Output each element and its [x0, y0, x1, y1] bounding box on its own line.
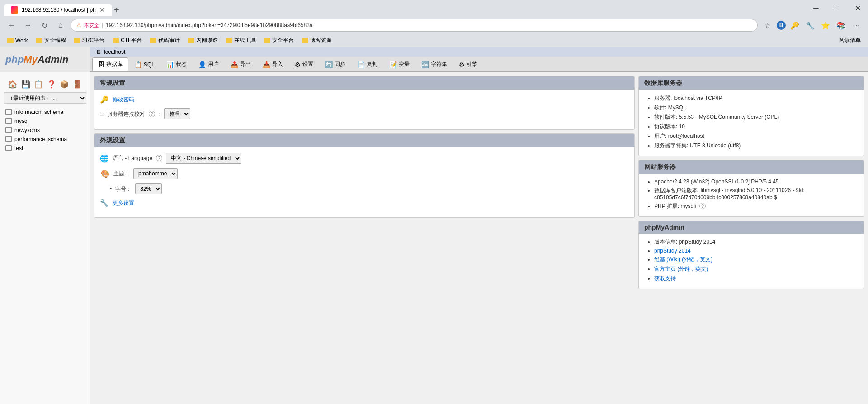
right-panels: 数据库服务器 服务器: localhost via TCP/IP 软件: MyS…: [638, 76, 864, 400]
font-size-row: • 字号： 82%: [100, 183, 629, 194]
bookmark-work[interactable]: Work: [4, 37, 32, 45]
reading-mode-label: 阅读清单: [839, 37, 861, 44]
pma-homepage: 官方主页 (外链，英文): [654, 265, 858, 273]
bookmark-security-coding[interactable]: 安全编程: [33, 36, 70, 45]
pma-page: phpMyAdmin 🖥 localhost 🗄 数据库 📋 SQL: [0, 47, 868, 404]
tab-import[interactable]: 📥 导入: [257, 57, 289, 71]
db-item-test[interactable]: test: [4, 144, 86, 153]
tab-engine[interactable]: ⚙ 引擎: [453, 57, 483, 71]
bookmark-ctf[interactable]: CTF平台: [109, 36, 146, 45]
bookmark-label: Work: [15, 38, 28, 44]
font-size-bullet: •: [110, 186, 112, 192]
bookmark-intranet[interactable]: 内网渗透: [184, 36, 222, 45]
bookmark-code-audit[interactable]: 代码审计: [146, 36, 184, 45]
close-button[interactable]: ✕: [847, 1, 868, 15]
address-input[interactable]: ⚠ 不安全 | 192.168.92.130/phpmyadmin/index.…: [71, 19, 758, 32]
web-server-db-client: 数据库客户端版本: libmysql - mysqlnd 5.0.10 - 20…: [654, 187, 858, 201]
server-info-software: 软件: MySQL: [654, 104, 858, 112]
tab-users[interactable]: 👤 用户: [193, 57, 225, 71]
phpmyadmin-panel: phpMyAdmin 版本信息: phpStudy 2014 phpStudy …: [638, 221, 864, 289]
favorites-button[interactable]: ⭐: [819, 19, 832, 32]
bookmark-blog[interactable]: 博客资源: [298, 36, 335, 45]
font-size-label: 字号：: [115, 185, 132, 193]
account-button[interactable]: 🔑: [788, 19, 801, 32]
wiki-link[interactable]: 维基 (Wiki) (外链，英文): [654, 256, 712, 263]
list-icon: ≡: [100, 110, 104, 117]
theme-select[interactable]: pmahomme: [133, 168, 178, 179]
collation-label: 服务器连接校对: [107, 110, 145, 118]
tab-replicate[interactable]: 📄 复制: [351, 57, 383, 71]
server-info-user: 用户: root@localhost: [654, 132, 858, 140]
db-icon: [5, 145, 12, 151]
tab-sync[interactable]: 🔄 同步: [319, 57, 351, 71]
reading-mode-button[interactable]: 阅读清单: [835, 36, 864, 45]
db-item-newyxcms[interactable]: newyxcms: [4, 126, 86, 135]
bookmark-label: 代码审计: [158, 37, 180, 44]
settings-icon[interactable]: 📦: [59, 78, 70, 90]
sql-icon[interactable]: 📋: [33, 78, 44, 90]
php-ext-help[interactable]: ?: [699, 203, 706, 209]
reload-button[interactable]: ↻: [38, 19, 51, 32]
collections-button[interactable]: 📚: [835, 19, 847, 32]
tab-variables[interactable]: 📝 变量: [383, 57, 415, 71]
import-tab-icon: 📥: [263, 61, 270, 68]
maximize-button[interactable]: □: [826, 1, 847, 15]
language-icon: 🌐: [100, 154, 109, 163]
tab-label: 数据库: [106, 61, 123, 68]
more-button[interactable]: ⋯: [850, 19, 863, 32]
db-icon: [5, 127, 12, 133]
tab-charset[interactable]: 🔤 字符集: [415, 57, 453, 71]
bookmark-button[interactable]: ☆: [761, 19, 774, 32]
db-item-mysql[interactable]: mysql: [4, 117, 86, 126]
collation-select[interactable]: 整理: [164, 108, 190, 119]
pma-version: 版本信息: phpStudy 2014: [654, 238, 858, 246]
tab-close-button[interactable]: ✕: [99, 6, 105, 14]
general-settings-panel: 常规设置 🔑 修改密码 ≡ 服务器连接校对 ? : 整理: [94, 76, 635, 130]
browser-tab[interactable]: 192.168.92.130 / localhost | ph ✕: [4, 4, 112, 16]
tab-settings[interactable]: ⚙ 设置: [289, 57, 319, 71]
new-tab-button[interactable]: +: [114, 5, 119, 14]
tab-status[interactable]: 📊 状态: [160, 57, 193, 71]
help-icon[interactable]: ❓: [46, 78, 57, 90]
more-settings-link[interactable]: 更多设置: [113, 199, 134, 207]
tab-sql[interactable]: 📋 SQL: [128, 57, 160, 71]
homepage-link[interactable]: 官方主页 (外链，英文): [654, 266, 708, 272]
tab-export[interactable]: 📤 导出: [225, 57, 257, 71]
extensions-button[interactable]: 🔧: [804, 19, 816, 32]
tab-label: 引擎: [467, 61, 477, 68]
tab-label: 复制: [367, 61, 377, 68]
address-text: 192.168.92.130/phpmyadmin/index.php?toke…: [106, 22, 312, 28]
bookmark-online-tools[interactable]: 在线工具: [222, 36, 259, 45]
bookmark-src[interactable]: SRC平台: [71, 36, 108, 45]
bookmark-label: 内网渗透: [196, 37, 218, 44]
db-server-list: 服务器: localhost via TCP/IP 软件: MySQL 软件版本…: [645, 94, 858, 150]
profile-icon[interactable]: B: [777, 21, 786, 30]
server-info-server: 服务器: localhost via TCP/IP: [654, 94, 858, 102]
db-item-information-schema[interactable]: information_schema: [4, 108, 86, 117]
tab-label: 变量: [399, 61, 410, 68]
language-select[interactable]: 中文 - Chinese simplified: [166, 153, 241, 164]
database-icon[interactable]: 💾: [20, 78, 32, 90]
change-password-link[interactable]: 修改密码: [113, 96, 134, 103]
logout-icon[interactable]: 🚪: [72, 78, 83, 90]
bookmark-security-platform[interactable]: 安全平台: [260, 36, 297, 45]
folder-icon: [113, 38, 119, 43]
language-row: 🌐 语言 - Language ? 中文 - Chinese simplifie…: [100, 153, 629, 164]
db-item-performance-schema[interactable]: performance_schema: [4, 135, 86, 144]
support-link[interactable]: 获取支持: [654, 275, 676, 282]
appearance-settings-panel: 外观设置 🌐 语言 - Language ? 中文 - Chinese simp…: [94, 133, 635, 218]
server-name: localhost: [104, 49, 125, 55]
forward-button[interactable]: →: [22, 19, 34, 32]
phpstudy-link[interactable]: phpStudy 2014: [654, 248, 691, 254]
db-selector-dropdown[interactable]: （最近使用的表）...: [4, 92, 86, 104]
minimize-button[interactable]: ─: [806, 1, 826, 15]
back-button[interactable]: ←: [5, 19, 18, 32]
font-size-select[interactable]: 82%: [135, 183, 162, 194]
home-icon[interactable]: 🏠: [7, 78, 19, 90]
phpmyadmin-info: 版本信息: phpStudy 2014 phpStudy 2014 维基 (Wi…: [639, 234, 864, 289]
home-button[interactable]: ⌂: [54, 19, 67, 32]
tab-database[interactable]: 🗄 数据库: [92, 57, 128, 71]
pma-logo-area: phpMyAdmin: [0, 47, 90, 72]
users-tab-icon: 👤: [198, 61, 206, 68]
general-settings-title: 常规设置: [94, 76, 634, 90]
